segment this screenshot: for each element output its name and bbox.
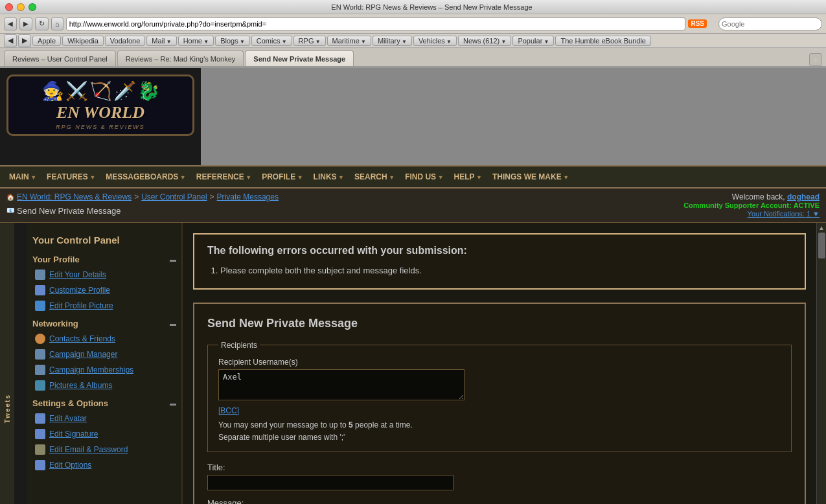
- picture-icon: [35, 380, 45, 391]
- sidebar-item-edit-email[interactable]: Edit Email & Password: [32, 442, 176, 457]
- sidebar-item-campaign-memberships[interactable]: Campaign Memberships: [32, 362, 176, 378]
- sidebar-title: Your Control Panel: [32, 229, 176, 249]
- recipient-input[interactable]: [218, 369, 465, 400]
- error-title: The following errors occurred with your …: [207, 245, 792, 257]
- breadcrumb-page[interactable]: Private Messages: [217, 192, 279, 201]
- sidebar: Your Control Panel Your Profile ▬ Edit Y…: [27, 223, 183, 504]
- bookmark-wikipedia[interactable]: Wikipedia: [62, 36, 104, 46]
- breadcrumb: 🏠 EN World: RPG News & Reviews > User Co…: [6, 192, 279, 216]
- nav-messageboards[interactable]: MESSAGEBOARDS: [100, 169, 190, 185]
- welcome-text: Welcome back,: [732, 192, 785, 201]
- nav-find-us[interactable]: FIND US: [400, 169, 448, 185]
- sidebar-item-label: Edit Your Details: [49, 270, 106, 279]
- bookmark-blogs[interactable]: Blogs: [215, 36, 250, 46]
- nav-reference[interactable]: REFERENCE: [191, 169, 257, 185]
- forward-button[interactable]: ▶: [19, 17, 32, 30]
- pm-form-container: Send New Private Message Recipients Reci…: [193, 303, 806, 504]
- sidebar-item-edit-picture[interactable]: Edit Profile Picture: [32, 298, 176, 314]
- globe-icon: [35, 334, 45, 344]
- sidebar-item-edit-details[interactable]: Edit Your Details: [32, 267, 176, 282]
- settings-icon: [35, 429, 45, 439]
- breadcrumb-home[interactable]: EN World: RPG News & Reviews: [17, 192, 132, 201]
- home-button[interactable]: ⌂: [51, 17, 63, 30]
- breadcrumb-section[interactable]: User Control Panel: [141, 192, 207, 201]
- site-wrapper: 🧙⚔️🏹🗡️🐉 EN WORLD RPG NEWS & REVIEWS MAIN…: [0, 68, 826, 504]
- tweets-sidebar[interactable]: Tweets: [0, 223, 14, 504]
- supporter-label: Community Supporter Account:: [683, 201, 791, 209]
- sidebar-item-campaign-manager[interactable]: Campaign Manager: [32, 347, 176, 362]
- notifications-link[interactable]: Your Notifications: 1 ▼: [748, 210, 820, 218]
- bookmarks-bar: ◀ ▶ Apple Wikipedia Vodafone Mail Home B…: [0, 34, 826, 48]
- nav-main[interactable]: MAIN: [4, 169, 41, 185]
- sidebar-item-edit-avatar[interactable]: Edit Avatar: [32, 411, 176, 426]
- sidebar-item-pictures[interactable]: Pictures & Albums: [32, 378, 176, 393]
- reload-icon[interactable]: ↺: [709, 19, 716, 29]
- nav-features[interactable]: FEATURES: [41, 169, 100, 185]
- close-button[interactable]: [5, 3, 13, 11]
- field-hint: You may send your message to up to 5 peo…: [218, 419, 781, 444]
- tab-2[interactable]: Send New Private Message: [245, 51, 354, 66]
- bookmark-news[interactable]: News (612): [458, 36, 511, 46]
- tab-1[interactable]: Reviews – Re: Mad King's Monkey: [117, 51, 244, 66]
- scroll-thumb[interactable]: [818, 233, 825, 258]
- tab-0[interactable]: Reviews – User Control Panel: [4, 51, 116, 66]
- rss-button[interactable]: RSS: [688, 19, 707, 28]
- pm-form-title: Send New Private Message: [207, 317, 792, 330]
- bookmark-mail[interactable]: Mail: [146, 36, 176, 46]
- ad-banner: [201, 68, 826, 165]
- page-title: Send New Private Message: [17, 204, 120, 216]
- home-icon: 🏠: [6, 194, 14, 201]
- maximize-button[interactable]: [29, 3, 36, 11]
- content-with-tweets: Your Control Panel Your Profile ▬ Edit Y…: [14, 223, 816, 504]
- nav-profile[interactable]: PROFILE: [257, 169, 308, 185]
- tabs-bar: Reviews – User Control Panel Reviews – R…: [0, 48, 826, 67]
- minimize-button[interactable]: [17, 3, 25, 11]
- title-input[interactable]: [207, 475, 453, 490]
- breadcrumb-page-title-row: 📧 Send New Private Message: [6, 204, 120, 216]
- bookmark-apple[interactable]: Apple: [32, 36, 61, 46]
- nav-things-we-make[interactable]: THINGS WE MAKE: [487, 169, 574, 185]
- bookmark-military[interactable]: Military: [373, 36, 412, 46]
- sidebar-item-edit-options[interactable]: Edit Options: [32, 457, 176, 473]
- search-input[interactable]: [718, 17, 822, 30]
- recipients-fieldset: Recipients Recipient Username(s) [BCC] Y…: [207, 341, 792, 452]
- scroll-up[interactable]: ▲: [818, 224, 825, 231]
- nav-search[interactable]: SEARCH: [349, 169, 400, 185]
- bookmark-home[interactable]: Home: [178, 36, 214, 46]
- title-bar: EN World: RPG News & Reviews – Send New …: [0, 0, 826, 14]
- settings-icon: [35, 413, 45, 424]
- logo-area: 🧙⚔️🏹🗡️🐉 EN WORLD RPG NEWS & REVIEWS: [0, 68, 201, 165]
- refresh-button[interactable]: ↻: [35, 17, 49, 30]
- recipients-legend: Recipients: [218, 341, 260, 350]
- sidebar-item-edit-signature[interactable]: Edit Signature: [32, 426, 176, 442]
- window-title: EN World: RPG News & Reviews – Send New …: [43, 3, 821, 11]
- bookmarks-forward[interactable]: ▶: [18, 34, 31, 47]
- bookmark-vehicles[interactable]: Vehicles: [413, 36, 457, 46]
- nav-links[interactable]: LINKS: [308, 169, 349, 185]
- scrollbar[interactable]: ▲ ▼: [816, 223, 826, 504]
- logo-characters: 🧙⚔️🏹🗡️🐉: [12, 80, 189, 102]
- new-tab-button[interactable]: +: [809, 53, 822, 66]
- sidebar-item-customize-profile[interactable]: Customize Profile: [32, 282, 176, 298]
- bookmark-popular[interactable]: Popular: [512, 36, 554, 46]
- sidebar-item-label: Edit Profile Picture: [49, 301, 113, 310]
- sidebar-item-label: Edit Signature: [49, 430, 98, 439]
- bookmark-vodafone[interactable]: Vodafone: [105, 36, 146, 46]
- bookmarks-back[interactable]: ◀: [4, 34, 17, 47]
- back-button[interactable]: ◀: [4, 17, 17, 30]
- nav-help[interactable]: HELP: [449, 169, 487, 185]
- address-bar[interactable]: [66, 17, 686, 30]
- sidebar-item-contacts[interactable]: Contacts & Friends: [32, 331, 176, 347]
- bookmark-rpg[interactable]: RPG: [293, 36, 326, 46]
- settings-icon: [35, 285, 45, 295]
- bookmark-humble[interactable]: The Humble eBook Bundle: [555, 36, 650, 46]
- main-content: The following errors occurred with your …: [183, 223, 816, 504]
- username-link[interactable]: doghead: [787, 192, 820, 201]
- bookmark-comics[interactable]: Comics: [251, 36, 292, 46]
- error-list: Please complete both the subject and mes…: [207, 264, 792, 278]
- site-logo[interactable]: 🧙⚔️🏹🗡️🐉 EN WORLD RPG NEWS & REVIEWS: [6, 74, 194, 136]
- bcc-link[interactable]: [BCC]: [218, 406, 781, 415]
- user-info: Welcome back, doghead Community Supporte…: [683, 192, 820, 218]
- bookmark-maritime[interactable]: Maritime: [327, 36, 371, 46]
- recipient-label: Recipient Username(s): [218, 358, 781, 367]
